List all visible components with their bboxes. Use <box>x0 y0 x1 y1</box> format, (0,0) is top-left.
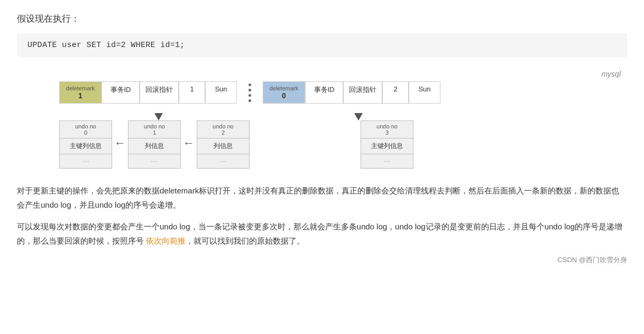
cell-deletemark2: deletemark 0 <box>263 81 305 104</box>
paragraph2: 可以发现每次对数据的变更都会产生一个undo log，当一条记录被变更多次时，那… <box>17 219 627 248</box>
paragraph2-text2: ，就可以找到我们的原始数据了。 <box>186 236 305 245</box>
csdn-label: CSDN @西门吹雪分身 <box>17 255 627 265</box>
undo-box-2: undo no2 列信息 ···· <box>197 120 250 169</box>
mysql-label: mysql <box>601 70 621 78</box>
paragraph2-text1: 可以发现每次对数据的变更都会产生一个undo log，当一条记录被变更多次时，那… <box>17 222 622 245</box>
cell-val2: 2 <box>382 81 409 104</box>
undo-box-0: undo no0 主键列信息 ···· <box>59 120 112 169</box>
undo-box-3: undo no3 主键列信息 ···· <box>361 120 413 169</box>
cell-rollptr2: 回滚指针 <box>343 81 382 104</box>
paragraph1: 对于更新主键的操作，会先把原来的数据deletemark标识打开，这时并没有真正… <box>17 183 627 212</box>
code-block: UPDATE user SET id=2 WHERE id=1; <box>17 33 627 57</box>
cell-sun2: Sun <box>409 81 440 104</box>
cell-deletemark1: deletemark 1 <box>59 81 102 104</box>
full-diagram: deletemark 1 事务ID 回滚指针 1 Sun deletemark <box>17 81 627 169</box>
cell-txid2: 事务ID <box>305 81 343 104</box>
diagram-wrapper: mysql deletemark 1 事务ID 回滚指针 1 Sun <box>17 70 627 169</box>
undo-boxes-row: undo no0 主键列信息 ···· ← undo no1 列信息 ···· … <box>59 120 627 169</box>
row1-cells: deletemark 1 事务ID 回滚指针 1 Sun <box>59 81 237 104</box>
arrow-0-1: ← <box>112 136 128 150</box>
cell-rollptr1: 回滚指针 <box>140 81 179 104</box>
arrow-1-2: ← <box>181 136 197 150</box>
undo-box-1: undo no1 列信息 ···· <box>128 120 181 169</box>
heading: 假设现在执行： <box>17 13 627 25</box>
dotted-divider <box>237 84 263 102</box>
row2-cells: deletemark 0 事务ID 回滚指针 2 Sun <box>263 81 440 104</box>
cell-sun1: Sun <box>205 81 237 104</box>
link-forward[interactable]: 依次向前推 <box>146 236 186 245</box>
arrows-row <box>59 104 627 120</box>
cell-txid1: 事务ID <box>102 81 140 104</box>
cell-val1: 1 <box>179 81 205 104</box>
